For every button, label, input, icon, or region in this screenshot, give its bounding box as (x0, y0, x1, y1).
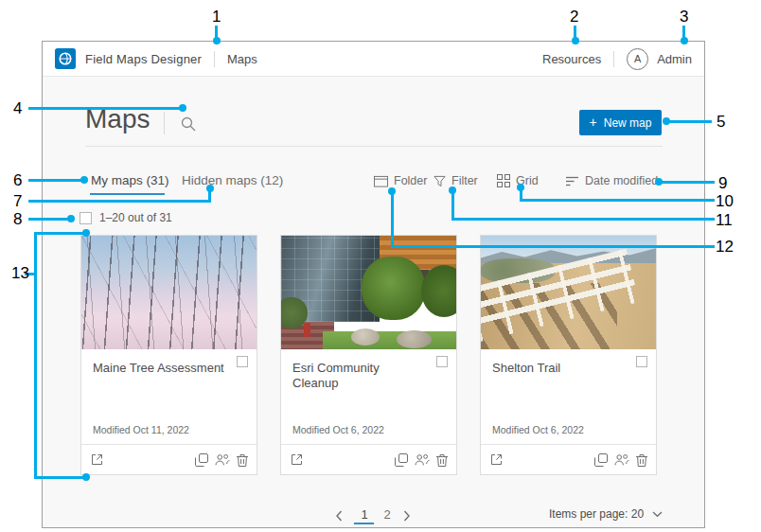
pagination-current-underline (354, 523, 374, 524)
sort-icon (566, 176, 579, 186)
filter-icon (434, 175, 446, 187)
tab-my-maps[interactable]: My maps (31) (91, 173, 169, 187)
callout-11-line (451, 218, 715, 221)
search-icon[interactable] (180, 115, 197, 133)
callout-5-dot (663, 117, 670, 125)
card-footer (281, 444, 456, 474)
card-modified-date: Modified Oct 6, 2022 (292, 424, 384, 435)
grid-icon (497, 174, 510, 187)
selection-row: 1–20 out of 31 (80, 211, 172, 224)
card-body: Shelton Trail Modified Oct 6, 2022 (481, 349, 656, 444)
callout-7-line (28, 200, 211, 203)
callout-3-label: 3 (680, 8, 688, 27)
user-avatar[interactable]: A (627, 48, 648, 70)
folder-label: Folder (394, 174, 427, 187)
callout-5-label: 5 (717, 113, 725, 132)
callout-3-dot (681, 37, 688, 44)
card-footer (481, 444, 656, 474)
pagination-page-1[interactable]: 1 (358, 507, 371, 522)
nav-resources[interactable]: Resources (542, 52, 601, 66)
items-per-page-select[interactable]: Items per page: 20 (549, 507, 663, 521)
callout-7-dot (206, 185, 214, 192)
sort-control[interactable]: Date modified (566, 174, 658, 187)
callout-8-dot (67, 215, 75, 222)
sort-label: Date modified (585, 174, 658, 187)
filter-control[interactable]: Filter (434, 174, 478, 187)
duplicate-icon[interactable] (195, 453, 208, 467)
callout-6-label: 6 (13, 171, 22, 190)
trash-icon[interactable] (436, 453, 448, 467)
map-card-maine-tree-assessment[interactable]: Maine Tree Assessment Modified Oct 11, 2… (80, 235, 257, 475)
new-map-label: New map (604, 116, 652, 130)
callout-11-riser (451, 190, 454, 220)
new-map-button[interactable]: + New map (579, 110, 662, 135)
trash-icon[interactable] (237, 453, 248, 467)
map-card-shelton-trail[interactable]: Shelton Trail Modified Oct 6, 2022 (480, 235, 657, 475)
trash-icon[interactable] (636, 453, 647, 467)
header-divider-2 (613, 51, 614, 67)
card-checkbox[interactable] (237, 356, 248, 367)
selection-count-label: 1–20 out of 31 (99, 211, 172, 224)
items-per-page-label: Items per page: 20 (549, 507, 644, 521)
callout-6-line (28, 179, 82, 182)
share-group-icon[interactable] (614, 453, 629, 466)
card-modified-date: Modified Oct 6, 2022 (492, 424, 584, 435)
callout-8-label: 8 (13, 210, 22, 229)
map-card-esri-community-cleanup[interactable]: Esri Community Cleanup Modified Oct 6, 2… (280, 235, 457, 475)
callout-12-riser (391, 191, 394, 247)
pagination-prev[interactable] (335, 510, 343, 522)
duplicate-icon[interactable] (395, 453, 408, 467)
filter-label: Filter (451, 174, 478, 187)
callout-10-label: 10 (716, 192, 734, 211)
callout-13-top-dot (82, 229, 90, 237)
callout-10-dot (517, 184, 524, 191)
callout-9-line (661, 181, 715, 184)
map-thumbnail (81, 236, 257, 349)
card-checkbox[interactable] (436, 356, 448, 367)
share-group-icon[interactable] (215, 453, 230, 466)
tab-hidden-maps[interactable]: Hidden maps (12) (182, 173, 283, 187)
pagination-next[interactable] (403, 510, 411, 522)
callout-11-dot (449, 186, 456, 194)
active-tab-underline (90, 193, 165, 195)
folder-icon (374, 175, 388, 187)
nav-maps[interactable]: Maps (227, 52, 257, 66)
callout-1-label: 1 (212, 8, 221, 27)
plus-icon: + (590, 115, 597, 130)
callout-7-label: 7 (13, 192, 22, 211)
callout-13-bottom-dot (82, 473, 90, 481)
callout-10-line (520, 199, 715, 202)
card-body: Esri Community Cleanup Modified Oct 6, 2… (281, 349, 456, 444)
callout-5-line (667, 120, 712, 123)
map-thumbnail (281, 236, 456, 349)
card-title: Maine Tree Assessment (93, 361, 245, 376)
app-title: Field Maps Designer (85, 52, 202, 66)
open-map-icon[interactable] (290, 452, 304, 467)
chevron-down-icon (652, 511, 663, 518)
open-map-icon[interactable] (90, 452, 104, 467)
duplicate-icon[interactable] (594, 453, 608, 467)
user-name[interactable]: Admin (657, 52, 692, 66)
callout-2-label: 2 (570, 8, 578, 27)
callout-6-dot (80, 176, 88, 184)
annotated-screenshot: Field Maps Designer Maps Resources A Adm… (0, 0, 761, 532)
title-divider (164, 112, 165, 134)
card-checkbox[interactable] (636, 356, 647, 367)
share-group-icon[interactable] (415, 453, 430, 466)
callout-12-line (391, 245, 715, 248)
card-modified-date: Modified Oct 11, 2022 (93, 424, 189, 435)
select-all-checkbox[interactable] (80, 212, 92, 224)
callout-9-label: 9 (718, 174, 727, 193)
callout-12-label: 12 (716, 238, 734, 257)
callout-2-dot (572, 37, 579, 44)
pagination-page-2[interactable]: 2 (380, 507, 394, 522)
card-title: Shelton Trail (492, 361, 645, 376)
callout-13-vline (34, 232, 37, 479)
card-body: Maine Tree Assessment Modified Oct 11, 2… (81, 349, 257, 444)
callout-4-label: 4 (13, 99, 22, 118)
app-header: Field Maps Designer Maps Resources A Adm… (43, 42, 704, 77)
folder-control[interactable]: Folder (374, 174, 427, 187)
callout-4-line (28, 107, 182, 110)
open-map-icon[interactable] (489, 452, 504, 467)
callout-13-bottom-arm (34, 476, 85, 479)
